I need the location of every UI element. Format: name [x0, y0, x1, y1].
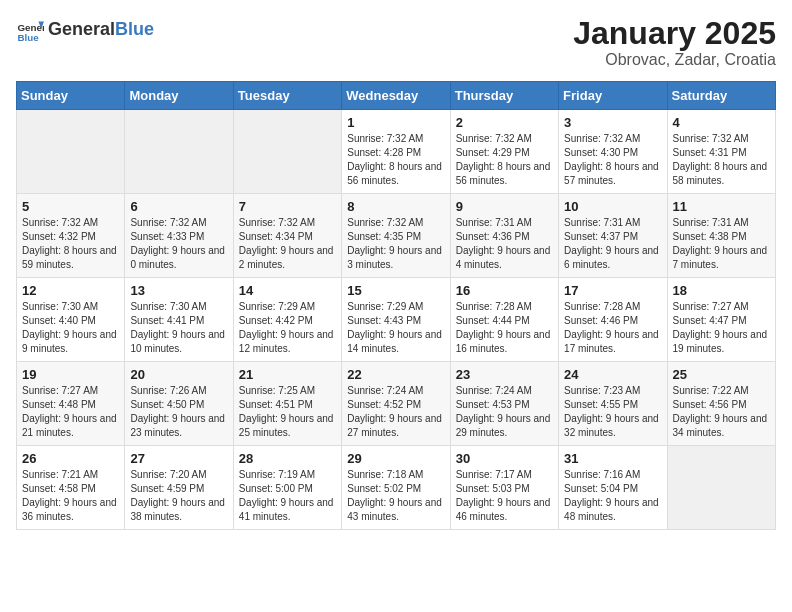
day-info: Sunrise: 7:22 AMSunset: 4:56 PMDaylight:… [673, 384, 770, 440]
day-info: Sunrise: 7:27 AMSunset: 4:48 PMDaylight:… [22, 384, 119, 440]
calendar-week-row: 19Sunrise: 7:27 AMSunset: 4:48 PMDayligh… [17, 362, 776, 446]
calendar-cell: 20Sunrise: 7:26 AMSunset: 4:50 PMDayligh… [125, 362, 233, 446]
calendar-cell: 27Sunrise: 7:20 AMSunset: 4:59 PMDayligh… [125, 446, 233, 530]
day-info: Sunrise: 7:31 AMSunset: 4:37 PMDaylight:… [564, 216, 661, 272]
day-number: 20 [130, 367, 227, 382]
day-info: Sunrise: 7:32 AMSunset: 4:29 PMDaylight:… [456, 132, 553, 188]
calendar-cell: 3Sunrise: 7:32 AMSunset: 4:30 PMDaylight… [559, 110, 667, 194]
calendar-cell: 28Sunrise: 7:19 AMSunset: 5:00 PMDayligh… [233, 446, 341, 530]
day-info: Sunrise: 7:19 AMSunset: 5:00 PMDaylight:… [239, 468, 336, 524]
calendar-cell: 17Sunrise: 7:28 AMSunset: 4:46 PMDayligh… [559, 278, 667, 362]
calendar-week-row: 1Sunrise: 7:32 AMSunset: 4:28 PMDaylight… [17, 110, 776, 194]
day-number: 7 [239, 199, 336, 214]
day-of-week-header: Wednesday [342, 82, 450, 110]
day-info: Sunrise: 7:32 AMSunset: 4:31 PMDaylight:… [673, 132, 770, 188]
day-info: Sunrise: 7:21 AMSunset: 4:58 PMDaylight:… [22, 468, 119, 524]
calendar-cell: 18Sunrise: 7:27 AMSunset: 4:47 PMDayligh… [667, 278, 775, 362]
day-number: 15 [347, 283, 444, 298]
day-info: Sunrise: 7:17 AMSunset: 5:03 PMDaylight:… [456, 468, 553, 524]
page-header: General Blue GeneralBlue January 2025 Ob… [16, 16, 776, 69]
day-info: Sunrise: 7:25 AMSunset: 4:51 PMDaylight:… [239, 384, 336, 440]
day-number: 18 [673, 283, 770, 298]
calendar-title: January 2025 [573, 16, 776, 51]
day-number: 4 [673, 115, 770, 130]
day-info: Sunrise: 7:28 AMSunset: 4:46 PMDaylight:… [564, 300, 661, 356]
day-number: 31 [564, 451, 661, 466]
day-info: Sunrise: 7:29 AMSunset: 4:43 PMDaylight:… [347, 300, 444, 356]
day-info: Sunrise: 7:32 AMSunset: 4:30 PMDaylight:… [564, 132, 661, 188]
day-of-week-header: Friday [559, 82, 667, 110]
calendar-cell: 22Sunrise: 7:24 AMSunset: 4:52 PMDayligh… [342, 362, 450, 446]
day-of-week-header: Thursday [450, 82, 558, 110]
day-number: 12 [22, 283, 119, 298]
calendar-cell: 25Sunrise: 7:22 AMSunset: 4:56 PMDayligh… [667, 362, 775, 446]
days-of-week-row: SundayMondayTuesdayWednesdayThursdayFrid… [17, 82, 776, 110]
calendar-cell: 19Sunrise: 7:27 AMSunset: 4:48 PMDayligh… [17, 362, 125, 446]
day-number: 21 [239, 367, 336, 382]
svg-text:Blue: Blue [17, 32, 39, 43]
day-info: Sunrise: 7:27 AMSunset: 4:47 PMDaylight:… [673, 300, 770, 356]
day-number: 30 [456, 451, 553, 466]
day-number: 22 [347, 367, 444, 382]
calendar-cell: 16Sunrise: 7:28 AMSunset: 4:44 PMDayligh… [450, 278, 558, 362]
calendar-cell: 13Sunrise: 7:30 AMSunset: 4:41 PMDayligh… [125, 278, 233, 362]
calendar-cell: 7Sunrise: 7:32 AMSunset: 4:34 PMDaylight… [233, 194, 341, 278]
day-info: Sunrise: 7:32 AMSunset: 4:28 PMDaylight:… [347, 132, 444, 188]
calendar-cell: 9Sunrise: 7:31 AMSunset: 4:36 PMDaylight… [450, 194, 558, 278]
day-of-week-header: Saturday [667, 82, 775, 110]
day-number: 13 [130, 283, 227, 298]
calendar-cell: 11Sunrise: 7:31 AMSunset: 4:38 PMDayligh… [667, 194, 775, 278]
day-info: Sunrise: 7:30 AMSunset: 4:40 PMDaylight:… [22, 300, 119, 356]
day-info: Sunrise: 7:32 AMSunset: 4:34 PMDaylight:… [239, 216, 336, 272]
day-number: 27 [130, 451, 227, 466]
calendar-cell: 31Sunrise: 7:16 AMSunset: 5:04 PMDayligh… [559, 446, 667, 530]
calendar-cell: 14Sunrise: 7:29 AMSunset: 4:42 PMDayligh… [233, 278, 341, 362]
day-number: 6 [130, 199, 227, 214]
day-info: Sunrise: 7:23 AMSunset: 4:55 PMDaylight:… [564, 384, 661, 440]
day-of-week-header: Sunday [17, 82, 125, 110]
calendar-body: 1Sunrise: 7:32 AMSunset: 4:28 PMDaylight… [17, 110, 776, 530]
calendar-cell: 12Sunrise: 7:30 AMSunset: 4:40 PMDayligh… [17, 278, 125, 362]
logo: General Blue GeneralBlue [16, 16, 154, 44]
day-number: 14 [239, 283, 336, 298]
day-number: 23 [456, 367, 553, 382]
day-number: 3 [564, 115, 661, 130]
day-number: 10 [564, 199, 661, 214]
day-info: Sunrise: 7:16 AMSunset: 5:04 PMDaylight:… [564, 468, 661, 524]
calendar-cell: 2Sunrise: 7:32 AMSunset: 4:29 PMDaylight… [450, 110, 558, 194]
calendar-cell: 5Sunrise: 7:32 AMSunset: 4:32 PMDaylight… [17, 194, 125, 278]
day-info: Sunrise: 7:24 AMSunset: 4:53 PMDaylight:… [456, 384, 553, 440]
day-info: Sunrise: 7:32 AMSunset: 4:32 PMDaylight:… [22, 216, 119, 272]
day-number: 1 [347, 115, 444, 130]
calendar-cell: 23Sunrise: 7:24 AMSunset: 4:53 PMDayligh… [450, 362, 558, 446]
day-of-week-header: Tuesday [233, 82, 341, 110]
day-info: Sunrise: 7:30 AMSunset: 4:41 PMDaylight:… [130, 300, 227, 356]
calendar-cell: 26Sunrise: 7:21 AMSunset: 4:58 PMDayligh… [17, 446, 125, 530]
day-number: 16 [456, 283, 553, 298]
day-info: Sunrise: 7:32 AMSunset: 4:35 PMDaylight:… [347, 216, 444, 272]
calendar-subtitle: Obrovac, Zadar, Croatia [573, 51, 776, 69]
calendar-cell: 21Sunrise: 7:25 AMSunset: 4:51 PMDayligh… [233, 362, 341, 446]
day-info: Sunrise: 7:20 AMSunset: 4:59 PMDaylight:… [130, 468, 227, 524]
calendar-cell: 6Sunrise: 7:32 AMSunset: 4:33 PMDaylight… [125, 194, 233, 278]
day-number: 24 [564, 367, 661, 382]
day-number: 5 [22, 199, 119, 214]
calendar-cell [125, 110, 233, 194]
day-info: Sunrise: 7:26 AMSunset: 4:50 PMDaylight:… [130, 384, 227, 440]
day-of-week-header: Monday [125, 82, 233, 110]
day-number: 25 [673, 367, 770, 382]
logo-text-general: General [48, 20, 115, 40]
day-number: 17 [564, 283, 661, 298]
calendar-table: SundayMondayTuesdayWednesdayThursdayFrid… [16, 81, 776, 530]
calendar-cell: 4Sunrise: 7:32 AMSunset: 4:31 PMDaylight… [667, 110, 775, 194]
day-number: 11 [673, 199, 770, 214]
day-number: 2 [456, 115, 553, 130]
calendar-cell: 8Sunrise: 7:32 AMSunset: 4:35 PMDaylight… [342, 194, 450, 278]
calendar-week-row: 5Sunrise: 7:32 AMSunset: 4:32 PMDaylight… [17, 194, 776, 278]
calendar-cell [667, 446, 775, 530]
day-number: 19 [22, 367, 119, 382]
day-number: 29 [347, 451, 444, 466]
day-info: Sunrise: 7:32 AMSunset: 4:33 PMDaylight:… [130, 216, 227, 272]
title-block: January 2025 Obrovac, Zadar, Croatia [573, 16, 776, 69]
day-number: 26 [22, 451, 119, 466]
